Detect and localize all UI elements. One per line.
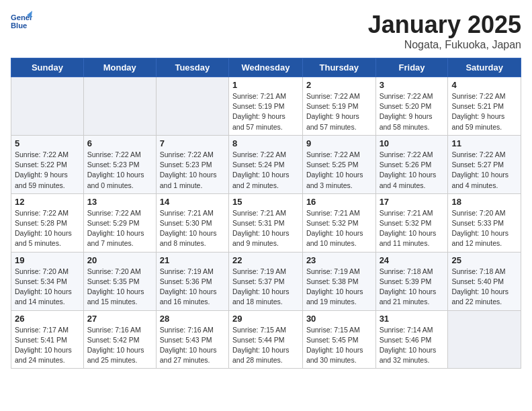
day-number: 22 <box>232 255 299 265</box>
day-info: Sunrise: 7:22 AMSunset: 5:19 PMDaylight:… <box>306 91 372 132</box>
day-number: 3 <box>380 80 445 90</box>
calendar-cell: 17Sunrise: 7:21 AMSunset: 5:32 PMDayligh… <box>375 193 448 252</box>
weekday-header-cell: Monday <box>83 58 156 77</box>
calendar-cell: 28Sunrise: 7:16 AMSunset: 5:43 PMDayligh… <box>156 310 228 369</box>
svg-text:Blue: Blue <box>11 21 27 30</box>
day-number: 19 <box>15 255 80 265</box>
weekday-header-cell: Tuesday <box>156 58 228 77</box>
day-number: 12 <box>15 197 80 207</box>
day-number: 8 <box>232 138 299 148</box>
calendar-cell: 1Sunrise: 7:21 AMSunset: 5:19 PMDaylight… <box>228 77 302 136</box>
day-info: Sunrise: 7:22 AMSunset: 5:27 PMDaylight:… <box>451 150 517 191</box>
day-number: 29 <box>232 314 299 324</box>
day-info: Sunrise: 7:22 AMSunset: 5:29 PMDaylight:… <box>87 208 152 249</box>
day-number: 14 <box>160 197 225 207</box>
day-info: Sunrise: 7:22 AMSunset: 5:28 PMDaylight:… <box>15 208 80 249</box>
calendar-cell <box>156 77 228 136</box>
calendar-cell: 11Sunrise: 7:22 AMSunset: 5:27 PMDayligh… <box>448 135 521 193</box>
day-number: 6 <box>87 138 152 148</box>
logo: General Blue <box>11 11 35 32</box>
day-info: Sunrise: 7:22 AMSunset: 5:25 PMDaylight:… <box>306 150 372 191</box>
calendar-cell: 13Sunrise: 7:22 AMSunset: 5:29 PMDayligh… <box>83 193 156 252</box>
location: Nogata, Fukuoka, Japan <box>368 39 521 51</box>
calendar-cell: 6Sunrise: 7:22 AMSunset: 5:23 PMDaylight… <box>83 135 156 193</box>
month-title: January 2025 <box>368 11 521 39</box>
day-number: 1 <box>232 80 299 90</box>
weekday-header-cell: Friday <box>375 58 448 77</box>
day-info: Sunrise: 7:22 AMSunset: 5:23 PMDaylight:… <box>87 150 152 191</box>
day-number: 25 <box>451 255 517 265</box>
day-info: Sunrise: 7:14 AMSunset: 5:46 PMDaylight:… <box>380 325 445 366</box>
day-info: Sunrise: 7:15 AMSunset: 5:44 PMDaylight:… <box>232 325 299 366</box>
day-info: Sunrise: 7:21 AMSunset: 5:19 PMDaylight:… <box>232 91 299 132</box>
day-number: 13 <box>87 197 152 207</box>
calendar-cell: 30Sunrise: 7:15 AMSunset: 5:45 PMDayligh… <box>302 310 375 369</box>
day-number: 30 <box>306 314 372 324</box>
day-number: 28 <box>160 314 225 324</box>
day-number: 26 <box>15 314 80 324</box>
calendar-cell: 31Sunrise: 7:14 AMSunset: 5:46 PMDayligh… <box>375 310 448 369</box>
day-info: Sunrise: 7:19 AMSunset: 5:36 PMDaylight:… <box>160 267 225 308</box>
day-number: 24 <box>380 255 445 265</box>
day-number: 7 <box>160 138 225 148</box>
calendar-week-row: 26Sunrise: 7:17 AMSunset: 5:41 PMDayligh… <box>11 310 521 369</box>
day-number: 16 <box>306 197 372 207</box>
weekday-header-cell: Saturday <box>448 58 521 77</box>
main-container: General Blue January 2025 Nogata, Fukuok… <box>0 0 532 375</box>
day-info: Sunrise: 7:21 AMSunset: 5:32 PMDaylight:… <box>306 208 372 249</box>
day-number: 27 <box>87 314 152 324</box>
calendar-cell: 2Sunrise: 7:22 AMSunset: 5:19 PMDaylight… <box>302 77 375 136</box>
weekday-header-cell: Sunday <box>11 58 84 77</box>
calendar-week-row: 1Sunrise: 7:21 AMSunset: 5:19 PMDaylight… <box>11 77 521 136</box>
day-number: 2 <box>306 80 372 90</box>
calendar-body: 1Sunrise: 7:21 AMSunset: 5:19 PMDaylight… <box>11 77 521 369</box>
calendar-cell: 12Sunrise: 7:22 AMSunset: 5:28 PMDayligh… <box>11 193 84 252</box>
calendar-week-row: 19Sunrise: 7:20 AMSunset: 5:34 PMDayligh… <box>11 252 521 310</box>
day-info: Sunrise: 7:22 AMSunset: 5:24 PMDaylight:… <box>232 150 299 191</box>
calendar-cell: 20Sunrise: 7:20 AMSunset: 5:35 PMDayligh… <box>83 252 156 310</box>
day-number: 18 <box>451 197 517 207</box>
day-number: 9 <box>306 138 372 148</box>
calendar-cell: 24Sunrise: 7:18 AMSunset: 5:39 PMDayligh… <box>375 252 448 310</box>
calendar-cell: 22Sunrise: 7:19 AMSunset: 5:37 PMDayligh… <box>228 252 302 310</box>
calendar-cell: 26Sunrise: 7:17 AMSunset: 5:41 PMDayligh… <box>11 310 84 369</box>
calendar-cell: 15Sunrise: 7:21 AMSunset: 5:31 PMDayligh… <box>228 193 302 252</box>
calendar-cell: 25Sunrise: 7:18 AMSunset: 5:40 PMDayligh… <box>448 252 521 310</box>
header: General Blue January 2025 Nogata, Fukuok… <box>11 11 521 51</box>
day-number: 21 <box>160 255 225 265</box>
calendar-cell: 9Sunrise: 7:22 AMSunset: 5:25 PMDaylight… <box>302 135 375 193</box>
calendar-cell <box>11 77 84 136</box>
day-info: Sunrise: 7:21 AMSunset: 5:32 PMDaylight:… <box>380 208 445 249</box>
calendar-cell: 7Sunrise: 7:22 AMSunset: 5:23 PMDaylight… <box>156 135 228 193</box>
calendar-cell: 18Sunrise: 7:20 AMSunset: 5:33 PMDayligh… <box>448 193 521 252</box>
calendar-week-row: 5Sunrise: 7:22 AMSunset: 5:22 PMDaylight… <box>11 135 521 193</box>
calendar-cell: 27Sunrise: 7:16 AMSunset: 5:42 PMDayligh… <box>83 310 156 369</box>
calendar-cell: 29Sunrise: 7:15 AMSunset: 5:44 PMDayligh… <box>228 310 302 369</box>
day-number: 11 <box>451 138 517 148</box>
calendar-cell: 4Sunrise: 7:22 AMSunset: 5:21 PMDaylight… <box>448 77 521 136</box>
day-info: Sunrise: 7:19 AMSunset: 5:37 PMDaylight:… <box>232 267 299 308</box>
calendar-week-row: 12Sunrise: 7:22 AMSunset: 5:28 PMDayligh… <box>11 193 521 252</box>
day-info: Sunrise: 7:15 AMSunset: 5:45 PMDaylight:… <box>306 325 372 366</box>
calendar-cell: 8Sunrise: 7:22 AMSunset: 5:24 PMDaylight… <box>228 135 302 193</box>
day-info: Sunrise: 7:21 AMSunset: 5:30 PMDaylight:… <box>160 208 225 249</box>
day-info: Sunrise: 7:20 AMSunset: 5:34 PMDaylight:… <box>15 267 80 308</box>
calendar-cell: 16Sunrise: 7:21 AMSunset: 5:32 PMDayligh… <box>302 193 375 252</box>
day-info: Sunrise: 7:22 AMSunset: 5:20 PMDaylight:… <box>380 91 445 132</box>
weekday-header-cell: Wednesday <box>228 58 302 77</box>
day-info: Sunrise: 7:20 AMSunset: 5:35 PMDaylight:… <box>87 267 152 308</box>
day-info: Sunrise: 7:20 AMSunset: 5:33 PMDaylight:… <box>451 208 517 249</box>
day-number: 17 <box>380 197 445 207</box>
calendar-cell: 19Sunrise: 7:20 AMSunset: 5:34 PMDayligh… <box>11 252 84 310</box>
day-number: 4 <box>451 80 517 90</box>
day-info: Sunrise: 7:22 AMSunset: 5:21 PMDaylight:… <box>451 91 517 132</box>
day-info: Sunrise: 7:22 AMSunset: 5:22 PMDaylight:… <box>15 150 80 191</box>
weekday-header-cell: Thursday <box>302 58 375 77</box>
day-info: Sunrise: 7:16 AMSunset: 5:43 PMDaylight:… <box>160 325 225 366</box>
calendar-cell: 5Sunrise: 7:22 AMSunset: 5:22 PMDaylight… <box>11 135 84 193</box>
calendar-cell <box>448 310 521 369</box>
generalblue-logo-icon: General Blue <box>11 11 32 32</box>
calendar-cell <box>83 77 156 136</box>
day-info: Sunrise: 7:17 AMSunset: 5:41 PMDaylight:… <box>15 325 80 366</box>
day-info: Sunrise: 7:18 AMSunset: 5:40 PMDaylight:… <box>451 267 517 308</box>
